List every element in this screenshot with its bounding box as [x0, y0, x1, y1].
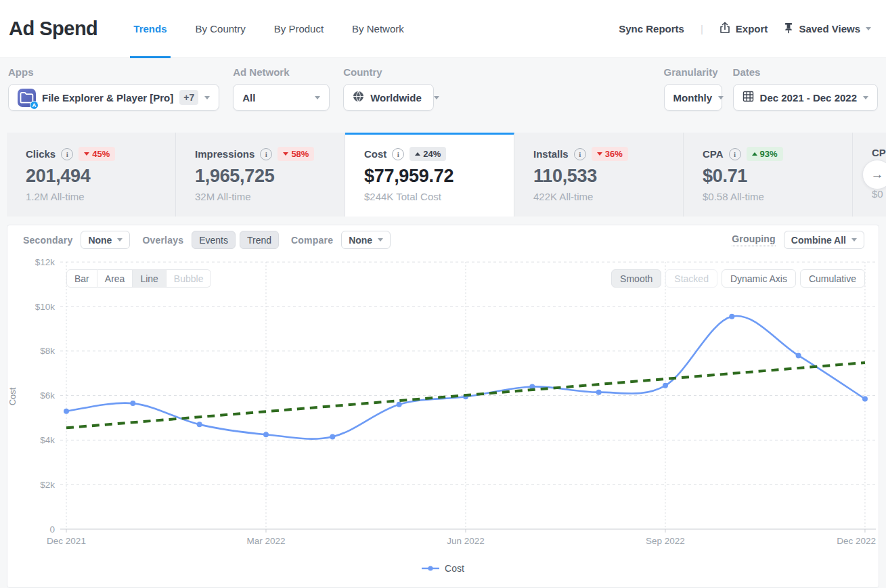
saved-views-dropdown[interactable]: Saved Views — [784, 22, 871, 36]
data-point[interactable] — [263, 432, 269, 437]
pin-icon — [784, 22, 793, 36]
metric-card-cost[interactable]: Cost i 24% $77,959.72 $244K Total Cost — [345, 133, 514, 217]
header: Ad Spend Trends By Country By Product By… — [0, 0, 886, 58]
header-divider: | — [701, 23, 703, 35]
stacked-toggle[interactable]: Stacked — [665, 269, 717, 288]
chart-legend[interactable]: Cost — [7, 563, 879, 574]
data-point[interactable] — [596, 390, 602, 395]
chart-panel: Secondary None Overlays Events Trend Com… — [7, 225, 879, 588]
data-point[interactable] — [862, 397, 868, 402]
tab-trends[interactable]: Trends — [119, 0, 181, 58]
y-tick-label: $8k — [40, 346, 55, 356]
metric-value: 201,494 — [26, 166, 175, 187]
metric-value: 1,965,725 — [195, 166, 345, 187]
info-icon[interactable]: i — [61, 148, 73, 160]
tab-by-country[interactable]: By Country — [181, 0, 260, 58]
filters-bar: Apps A File Explorer & Player [Pro] +7 A… — [8, 66, 878, 111]
y-tick-label: $10k — [35, 302, 56, 312]
chevron-down-icon — [204, 96, 210, 99]
metric-value: $77,959.72 — [364, 166, 514, 187]
y-axis-title: Cost — [7, 387, 18, 405]
metric-value: $0.71 — [703, 166, 852, 187]
chevron-down-icon — [315, 96, 320, 99]
data-point[interactable] — [796, 353, 801, 358]
grouping-dropdown[interactable]: Combine All — [784, 231, 864, 249]
overlay-events-button[interactable]: Events — [192, 231, 236, 249]
date-range-dropdown[interactable]: Dec 2021 - Dec 2022 — [733, 84, 878, 111]
info-icon[interactable]: i — [260, 148, 272, 160]
data-point[interactable] — [397, 402, 402, 407]
chart-type-switcher: Bar Area Line Bubble — [66, 269, 211, 288]
x-tick-label: Dec 2021 — [47, 536, 86, 546]
data-point[interactable] — [663, 383, 668, 388]
app-store-badge-icon: A — [30, 101, 39, 110]
y-tick-label: $6k — [40, 390, 55, 401]
dynamic-axis-toggle[interactable]: Dynamic Axis — [722, 269, 796, 288]
change-badge: 45% — [79, 147, 115, 161]
data-point[interactable] — [330, 434, 335, 439]
chevron-down-icon — [378, 238, 383, 242]
globe-icon — [353, 91, 364, 104]
chart-type-bar[interactable]: Bar — [66, 269, 97, 288]
chevron-down-icon — [434, 96, 439, 99]
info-icon[interactable]: i — [574, 148, 586, 160]
metric-subtitle: 1.2M All-time — [26, 191, 175, 202]
metric-subtitle: $0 — [872, 188, 886, 200]
granularity-dropdown[interactable]: Monthly — [664, 84, 722, 111]
chevron-down-icon — [863, 96, 868, 99]
x-tick-label: Jun 2022 — [447, 536, 485, 546]
chevron-down-icon — [117, 238, 123, 242]
metric-card-clicks[interactable]: Clicks i 45% 201,494 1.2M All-time — [7, 133, 176, 217]
metric-subtitle: $244K Total Cost — [364, 191, 514, 202]
apps-dropdown[interactable]: A File Explorer & Player [Pro] +7 — [8, 84, 219, 111]
cumulative-toggle[interactable]: Cumulative — [800, 269, 865, 288]
chart-type-area[interactable]: Area — [97, 269, 133, 288]
change-badge: 58% — [278, 147, 314, 161]
data-point[interactable] — [197, 422, 202, 427]
y-tick-label: $2k — [40, 480, 55, 490]
legend-marker-cost — [422, 565, 439, 572]
page-title: Ad Spend — [9, 18, 97, 40]
export-icon — [719, 22, 730, 36]
smooth-toggle[interactable]: Smooth — [611, 269, 661, 288]
chevron-down-icon — [866, 27, 871, 30]
y-tick-label: $12k — [35, 257, 56, 267]
ad-network-dropdown[interactable]: All — [233, 84, 330, 111]
metric-card-installs[interactable]: Installs i 36% 110,533 422K All-time — [514, 133, 684, 217]
compare-dropdown[interactable]: None — [341, 231, 391, 249]
metric-subtitle: 422K All-time — [533, 191, 683, 202]
apps-filter-label: Apps — [8, 66, 219, 78]
main-tabs: Trends By Country By Product By Network — [119, 0, 418, 58]
data-point[interactable] — [64, 409, 69, 414]
metric-value: 110,533 — [533, 166, 683, 187]
data-point[interactable] — [729, 314, 734, 319]
info-icon[interactable]: i — [729, 148, 741, 160]
data-point[interactable] — [130, 401, 135, 406]
change-badge: 93% — [747, 147, 783, 161]
y-tick-label: 0 — [49, 524, 55, 535]
grouping-label[interactable]: Grouping — [732, 233, 776, 246]
secondary-dropdown[interactable]: None — [81, 231, 130, 249]
dates-filter-label: Dates — [733, 66, 878, 78]
info-icon[interactable]: i — [392, 148, 404, 160]
overlay-trend-button[interactable]: Trend — [240, 231, 279, 249]
secondary-label: Secondary — [23, 235, 72, 246]
metric-subtitle: $0.58 All-time — [703, 191, 852, 202]
granularity-filter-label: Granularity — [664, 66, 722, 78]
chart-type-bubble[interactable]: Bubble — [167, 269, 212, 288]
metric-card-impressions[interactable]: Impressions i 58% 1,965,725 32M All-time — [176, 133, 345, 217]
x-tick-label: Sep 2022 — [646, 536, 685, 546]
metric-card-cpa[interactable]: CPA i 93% $0.71 $0.58 All-time — [684, 133, 853, 217]
change-badge: 24% — [409, 147, 446, 161]
export-button[interactable]: Export — [719, 22, 768, 36]
overlays-label: Overlays — [142, 235, 183, 246]
chart-type-line[interactable]: Line — [133, 269, 166, 288]
chevron-down-icon — [718, 96, 724, 99]
tab-by-network[interactable]: By Network — [338, 0, 418, 58]
arrow-right-icon: → — [871, 167, 884, 182]
change-badge: 36% — [592, 147, 628, 161]
country-dropdown[interactable]: Worldwide — [343, 84, 434, 111]
tab-by-product[interactable]: By Product — [260, 0, 338, 58]
sync-reports-button[interactable]: Sync Reports — [619, 23, 684, 35]
chart-mode-buttons: Smooth Stacked Dynamic Axis Cumulative — [611, 269, 865, 288]
